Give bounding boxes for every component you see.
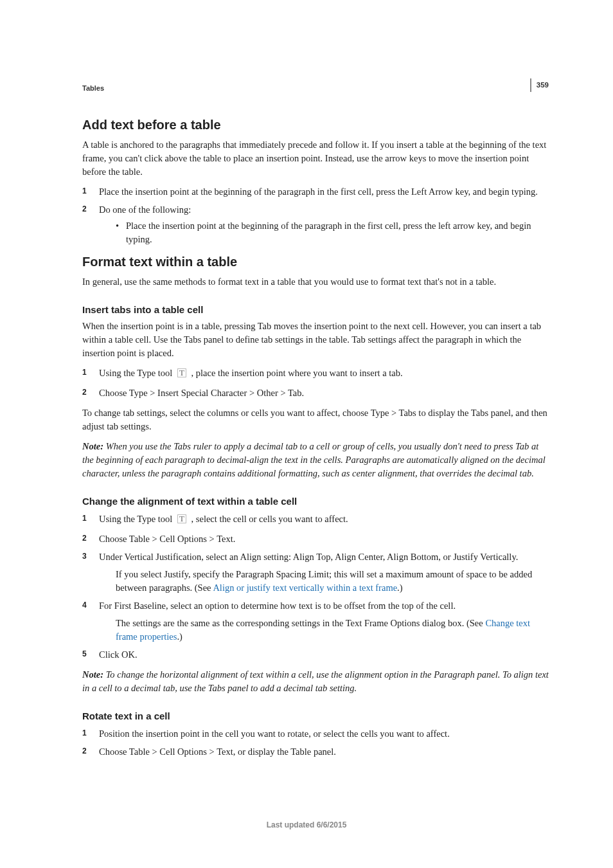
body-text: When the insertion point is in a table, … xyxy=(82,320,549,360)
step-number: 2 xyxy=(82,533,87,544)
heading-insert-tabs: Insert tabs into a table cell xyxy=(82,303,549,317)
heading-add-text-before-table: Add text before a table xyxy=(82,116,549,134)
step-number: 1 xyxy=(82,513,87,524)
step-number: 2 xyxy=(82,746,87,757)
note-label: Note: xyxy=(82,441,106,451)
note: Note: To change the horizontal alignment… xyxy=(82,668,549,695)
step-number: 3 xyxy=(82,551,87,562)
step-number: 1 xyxy=(82,728,87,739)
note: Note: When you use the Tabs ruler to app… xyxy=(82,440,549,480)
step-item: 5Click OK. xyxy=(82,648,549,662)
step-text: Using the Type tool xyxy=(99,368,175,378)
step-item: 3Under Vertical Justification, select an… xyxy=(82,550,549,595)
ordered-steps: 1Using the Type tool T , place the inser… xyxy=(82,366,549,400)
step-text: , place the insertion point where you wa… xyxy=(189,368,403,378)
type-tool-icon: T xyxy=(177,368,187,382)
body-text: .) xyxy=(177,631,182,642)
step-number: 1 xyxy=(82,367,87,378)
step-body: The settings are the same as the corresp… xyxy=(116,617,549,644)
page-number: 359 xyxy=(530,78,549,92)
step-number: 5 xyxy=(82,649,87,660)
note-label: Note: xyxy=(82,669,106,680)
step-number: 4 xyxy=(82,600,87,611)
step-item: 1Position the insertion point in the cel… xyxy=(82,727,549,741)
step-text: Under Vertical Justification, select an … xyxy=(99,552,518,562)
step-item: 2Choose Type > Insert Special Character … xyxy=(82,386,549,400)
step-item: 1Using the Type tool T , place the inser… xyxy=(82,366,549,382)
document-page: 359 Tables Add text before a table A tab… xyxy=(0,0,613,868)
step-text: Using the Type tool xyxy=(99,514,175,524)
svg-text:T: T xyxy=(179,514,184,523)
svg-text:T: T xyxy=(179,368,184,377)
body-text: To change tab settings, select the colum… xyxy=(82,406,549,433)
breadcrumb: Tables xyxy=(82,84,549,94)
step-item: 4For First Baseline, select an option to… xyxy=(82,599,549,644)
step-item: 2Do one of the following: Place the inse… xyxy=(82,203,549,246)
step-number: 2 xyxy=(82,204,87,215)
step-text: Do one of the following: xyxy=(99,204,191,215)
step-text: Choose Table > Cell Options > Text, or d… xyxy=(99,746,336,757)
step-text: , select the cell or cells you want to a… xyxy=(189,514,348,524)
note-body: To change the horizontal alignment of te… xyxy=(82,669,549,693)
step-text: Click OK. xyxy=(99,649,138,660)
step-body: If you select Justify, specify the Parag… xyxy=(116,568,549,595)
sub-bullets: Place the insertion point at the beginni… xyxy=(116,219,549,246)
step-item: 1Place the insertion point at the beginn… xyxy=(82,185,549,199)
step-item: 2Choose Table > Cell Options > Text. xyxy=(82,532,549,546)
step-number: 1 xyxy=(82,186,87,197)
type-tool-icon: T xyxy=(177,514,187,528)
bullet-item: Place the insertion point at the beginni… xyxy=(116,219,549,246)
body-text: A table is anchored to the paragraphs th… xyxy=(82,138,549,179)
step-text: Place the insertion point at the beginni… xyxy=(99,186,538,197)
step-text: Choose Table > Cell Options > Text. xyxy=(99,534,235,544)
bullet-text: Place the insertion point at the beginni… xyxy=(126,221,531,244)
heading-change-alignment: Change the alignment of text within a ta… xyxy=(82,494,549,509)
body-text: In general, use the same methods to form… xyxy=(82,275,549,289)
body-text: .) xyxy=(397,583,402,593)
heading-rotate-text: Rotate text in a cell xyxy=(82,709,549,723)
step-text: For First Baseline, select an option to … xyxy=(99,601,456,611)
step-text: Choose Type > Insert Special Character >… xyxy=(99,388,304,398)
footer-last-updated: Last updated 6/6/2015 xyxy=(0,820,613,831)
body-text: The settings are the same as the corresp… xyxy=(116,618,485,628)
step-text: Position the insertion point in the cell… xyxy=(99,728,450,739)
note-body: When you use the Tabs ruler to apply a d… xyxy=(82,441,546,478)
ordered-steps: 1Using the Type tool T , select the cell… xyxy=(82,512,549,662)
heading-format-text-within-table: Format text within a table xyxy=(82,253,549,271)
link-align-justify-vertically[interactable]: Align or justify text vertically within … xyxy=(213,583,397,593)
ordered-steps: 1Position the insertion point in the cel… xyxy=(82,727,549,759)
step-item: 1Using the Type tool T , select the cell… xyxy=(82,512,549,528)
ordered-steps: 1Place the insertion point at the beginn… xyxy=(82,185,549,246)
step-number: 2 xyxy=(82,387,87,398)
step-item: 2Choose Table > Cell Options > Text, or … xyxy=(82,745,549,759)
